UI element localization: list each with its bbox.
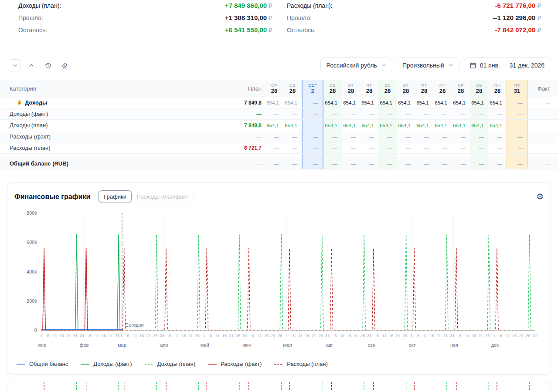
day-cell[interactable]: — xyxy=(360,131,378,142)
day-cell[interactable]: 654,1 xyxy=(415,120,433,131)
currency-select[interactable]: Российский рубль xyxy=(320,57,392,73)
tab-charts[interactable]: Графики xyxy=(99,190,132,203)
day-column-header[interactable]: ПН28 xyxy=(433,80,452,97)
chart-settings-button[interactable]: ⚙ xyxy=(536,193,544,201)
day-cell[interactable]: — xyxy=(507,120,527,131)
day-cell[interactable]: — xyxy=(433,108,452,119)
date-range-button[interactable]: 01 янв. — 31 дек. 2026 xyxy=(464,57,550,73)
day-cell[interactable]: — xyxy=(360,142,378,153)
day-cell[interactable]: — xyxy=(342,158,360,169)
day-cell[interactable]: — xyxy=(507,97,527,108)
day-cell[interactable]: — xyxy=(488,158,507,169)
legend-item[interactable]: Общий баланс xyxy=(16,361,68,367)
day-cell[interactable]: 654,1 xyxy=(433,97,452,108)
day-cell[interactable]: — xyxy=(360,108,378,119)
day-cell[interactable]: — xyxy=(323,158,342,169)
row-category[interactable]: Доходы (факт) xyxy=(0,108,228,119)
day-column-header[interactable]: СБ28 xyxy=(470,80,488,97)
day-cell[interactable]: — xyxy=(433,158,452,169)
day-cell[interactable]: — xyxy=(323,142,342,153)
day-cell[interactable]: — xyxy=(415,131,433,142)
day-cell[interactable]: — xyxy=(433,142,452,153)
day-cell[interactable]: 654,1 xyxy=(470,120,488,131)
collapse-rows-button[interactable] xyxy=(9,59,21,71)
day-cell[interactable]: — xyxy=(452,131,470,142)
day-cell[interactable]: — xyxy=(488,142,507,153)
day-cell[interactable]: 654,1 xyxy=(452,97,470,108)
day-cell[interactable]: — xyxy=(283,131,302,142)
row-category[interactable]: Расходы (план) xyxy=(0,142,228,153)
day-cell[interactable]: — xyxy=(415,108,433,119)
day-column-header[interactable]: ВС28 xyxy=(378,80,397,97)
day-column-header[interactable]: ЧТ31 xyxy=(507,80,527,97)
day-cell[interactable]: 654,1 xyxy=(265,120,283,131)
day-cell[interactable]: — xyxy=(452,108,470,119)
day-cell[interactable]: 654,1 xyxy=(360,97,378,108)
day-cell[interactable]: — xyxy=(378,142,397,153)
day-cell[interactable]: — xyxy=(302,108,323,119)
day-cell[interactable]: 654,1 xyxy=(433,120,452,131)
day-cell[interactable]: 654,1 xyxy=(378,120,397,131)
day-cell[interactable]: — xyxy=(415,142,433,153)
day-cell[interactable]: — xyxy=(302,131,323,142)
day-cell[interactable]: — xyxy=(507,108,527,119)
day-cell[interactable]: — xyxy=(397,142,415,153)
day-cell[interactable]: — xyxy=(342,142,360,153)
legend-item[interactable]: Доходы (план) xyxy=(144,361,196,367)
legend-item[interactable]: Расходы (факт) xyxy=(208,361,262,367)
day-cell[interactable]: — xyxy=(360,158,378,169)
day-cell[interactable]: 654,1 xyxy=(397,97,415,108)
day-cell[interactable]: — xyxy=(265,142,283,153)
day-cell[interactable]: — xyxy=(302,120,323,131)
day-cell[interactable]: — xyxy=(507,142,527,153)
day-cell[interactable]: 654,1 xyxy=(342,120,360,131)
period-select[interactable]: Произвольный xyxy=(397,57,459,73)
day-cell[interactable]: 654,1 xyxy=(342,97,360,108)
day-cell[interactable]: — xyxy=(470,158,488,169)
day-cell[interactable]: 654,1 xyxy=(452,120,470,131)
legend-item[interactable]: Расходы (план) xyxy=(274,361,328,367)
day-cell[interactable]: — xyxy=(283,108,302,119)
day-cell[interactable]: — xyxy=(342,131,360,142)
row-category[interactable]: Доходы (план) xyxy=(0,120,228,131)
day-cell[interactable]: — xyxy=(302,158,323,169)
balance-category[interactable]: Общий баланс (RUB) xyxy=(0,158,228,169)
legend-item[interactable]: Доходы (факт) xyxy=(80,361,132,367)
day-cell[interactable]: — xyxy=(470,142,488,153)
day-cell[interactable]: 654,1 xyxy=(360,120,378,131)
row-category[interactable]: Расходы (факт) xyxy=(0,131,228,142)
day-cell[interactable]: 654,1 xyxy=(283,97,302,108)
day-cell[interactable]: 654,1 xyxy=(378,97,397,108)
tab-expenses-plan-fact[interactable]: Расходы план/факт xyxy=(132,190,194,203)
day-cell[interactable]: — xyxy=(433,131,452,142)
expand-rows-button[interactable] xyxy=(25,59,37,71)
day-cell[interactable]: — xyxy=(378,158,397,169)
day-cell[interactable]: — xyxy=(378,131,397,142)
day-cell[interactable]: — xyxy=(488,131,507,142)
day-column-header[interactable]: СР28 xyxy=(265,80,283,97)
day-column-header[interactable]: ВТ28 xyxy=(342,80,360,97)
day-cell[interactable]: — xyxy=(507,131,527,142)
day-cell[interactable]: — xyxy=(397,108,415,119)
day-column-header[interactable]: ПН28 xyxy=(488,80,507,97)
day-cell[interactable]: — xyxy=(452,142,470,153)
day-cell[interactable]: — xyxy=(378,108,397,119)
day-cell[interactable]: — xyxy=(415,158,433,169)
day-cell[interactable]: — xyxy=(397,158,415,169)
day-cell[interactable]: 654,1 xyxy=(265,97,283,108)
day-cell[interactable]: 654,1 xyxy=(323,120,342,131)
day-cell[interactable]: — xyxy=(265,108,283,119)
day-cell[interactable]: 654,1 xyxy=(488,97,507,108)
day-cell[interactable]: — xyxy=(265,158,283,169)
row-category[interactable]: $Доходы xyxy=(0,97,228,108)
day-cell[interactable]: — xyxy=(302,142,323,153)
day-cell[interactable]: — xyxy=(397,131,415,142)
day-column-header[interactable]: ЧТ28 xyxy=(360,80,378,97)
day-cell[interactable]: 654,1 xyxy=(488,120,507,131)
history-button[interactable] xyxy=(42,59,54,71)
day-cell[interactable]: — xyxy=(323,131,342,142)
day-column-header[interactable]: СБ28 xyxy=(283,80,302,97)
day-column-header[interactable]: СЕГ2 xyxy=(302,80,323,97)
day-cell[interactable]: 654,1 xyxy=(323,97,342,108)
day-cell[interactable]: — xyxy=(470,131,488,142)
